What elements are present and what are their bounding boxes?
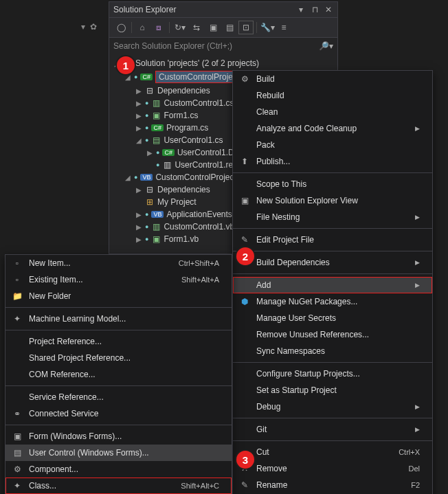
solution-root[interactable]: ◢▭Solution 'projects' (2 of 2 projects) bbox=[111, 57, 336, 69]
chevron-right-icon: ▶ bbox=[415, 426, 420, 433]
dropdown-caret: ▾ ✿ bbox=[81, 22, 97, 32]
new-item-icon: ▫ bbox=[11, 258, 23, 268]
properties-icon[interactable]: 🔧▾ bbox=[260, 21, 275, 34]
component-icon: ⚙ bbox=[11, 464, 23, 474]
search-icon[interactable]: 🔎▾ bbox=[319, 41, 333, 51]
menu-build-deps[interactable]: Build Dependencies▶ bbox=[233, 254, 432, 271]
add-com-reference[interactable]: COM Reference... bbox=[5, 366, 232, 383]
menu-sync[interactable]: Sync Namespaces bbox=[233, 343, 432, 359]
menu-pack[interactable]: Pack bbox=[233, 137, 432, 153]
add-existing-item[interactable]: ▫Existing Item...Shift+Alt+A bbox=[5, 271, 232, 288]
folder-icon: 📁 bbox=[11, 291, 23, 301]
menu-unused[interactable]: Remove Unused References... bbox=[233, 326, 432, 343]
chevron-right-icon: ▶ bbox=[415, 282, 420, 289]
csharp-icon: C# bbox=[140, 74, 153, 80]
add-submenu: ▫New Item...Ctrl+Shift+A ▫Existing Item.… bbox=[5, 254, 232, 494]
track-active-icon[interactable]: ⊡ bbox=[238, 21, 254, 34]
collapse-icon[interactable]: ▣ bbox=[205, 21, 221, 34]
preview-icon[interactable]: ≡ bbox=[276, 21, 291, 34]
add-new-item[interactable]: ▫New Item...Ctrl+Shift+A bbox=[5, 255, 232, 271]
menu-cut[interactable]: ✂CutCtrl+X bbox=[233, 444, 432, 460]
add-ml-model[interactable]: ✦Machine Learning Model... bbox=[5, 311, 232, 327]
menu-nuget[interactable]: ⬢Manage NuGet Packages... bbox=[233, 293, 432, 310]
chevron-right-icon: ▶ bbox=[415, 125, 420, 132]
menu-scope[interactable]: Scope to This bbox=[233, 176, 432, 192]
menu-newview[interactable]: ▣New Solution Explorer View bbox=[233, 192, 432, 209]
existing-item-icon: ▫ bbox=[11, 275, 23, 284]
menu-git[interactable]: Git▶ bbox=[233, 421, 432, 438]
form-icon: ▣ bbox=[11, 431, 23, 441]
menu-set-startup[interactable]: Set as Startup Project bbox=[233, 382, 432, 398]
menu-debug[interactable]: Debug▶ bbox=[233, 398, 432, 415]
menu-build[interactable]: ⚙Build bbox=[233, 71, 432, 87]
pending-icon[interactable]: ↻▾ bbox=[172, 21, 188, 34]
connected-service-icon: ⚭ bbox=[11, 409, 23, 418]
edit-icon: ✎ bbox=[238, 235, 251, 245]
menu-add[interactable]: Add▶ bbox=[233, 277, 432, 293]
menu-remove[interactable]: ✕RemoveDel bbox=[233, 460, 432, 477]
show-all-icon[interactable]: ▤ bbox=[222, 21, 237, 34]
add-service-reference[interactable]: Service Reference... bbox=[5, 389, 232, 405]
menu-publish[interactable]: ⬆Publish... bbox=[233, 153, 432, 170]
menu-secrets[interactable]: Manage User Secrets bbox=[233, 310, 432, 326]
step-badge-1: 1 bbox=[117, 56, 135, 74]
add-shared-project-reference[interactable]: Shared Project Reference... bbox=[5, 350, 232, 366]
add-component[interactable]: ⚙Component... bbox=[5, 461, 232, 478]
nuget-icon: ⬢ bbox=[238, 297, 251, 306]
menu-rebuild[interactable]: Rebuild bbox=[233, 87, 432, 104]
vb-icon: VB bbox=[140, 174, 153, 181]
panel-title: Solution Explorer bbox=[113, 5, 292, 14]
panel-toolbar: ◯ ⌂ ⧈ ↻▾ ⇆ ▣ ▤ ⊡ 🔧▾ ≡ bbox=[109, 17, 337, 38]
menu-edit-project[interactable]: ✎Edit Project File bbox=[233, 232, 432, 248]
project-context-menu: ⚙Build Rebuild Clean Analyze and Code Cl… bbox=[232, 70, 433, 494]
dropdown-icon[interactable]: ▾ bbox=[296, 5, 306, 14]
sync-icon[interactable]: ⇆ bbox=[189, 21, 204, 34]
build-icon: ⚙ bbox=[238, 74, 251, 84]
menu-analyze[interactable]: Analyze and Code Cleanup▶ bbox=[233, 120, 432, 137]
close-icon[interactable]: ✕ bbox=[324, 5, 333, 14]
rename-icon: ✎ bbox=[238, 480, 251, 490]
search-row[interactable]: Search Solution Explorer (Ctrl+;) 🔎▾ bbox=[109, 38, 337, 54]
chevron-right-icon: ▶ bbox=[415, 214, 420, 221]
back-icon[interactable]: ◯ bbox=[113, 21, 128, 34]
add-class[interactable]: ✦Class...Shift+Alt+C bbox=[5, 478, 232, 494]
add-new-folder[interactable]: 📁New Folder bbox=[5, 288, 232, 304]
step-badge-2: 2 bbox=[236, 247, 254, 265]
search-placeholder: Search Solution Explorer (Ctrl+;) bbox=[113, 41, 315, 51]
menu-rename[interactable]: ✎RenameF2 bbox=[233, 477, 432, 493]
add-form[interactable]: ▣Form (Windows Forms)... bbox=[5, 428, 232, 445]
class-icon: ✦ bbox=[11, 481, 23, 491]
menu-nesting[interactable]: File Nesting▶ bbox=[233, 209, 432, 225]
publish-icon: ⬆ bbox=[238, 157, 251, 166]
menu-startup[interactable]: Configure Startup Projects... bbox=[233, 366, 432, 382]
menu-clean[interactable]: Clean bbox=[233, 104, 432, 120]
step-badge-3: 3 bbox=[236, 451, 254, 469]
chevron-right-icon: ▶ bbox=[415, 403, 420, 410]
add-project-reference[interactable]: Project Reference... bbox=[5, 333, 232, 350]
add-connected-service[interactable]: ⚭Connected Service bbox=[5, 405, 232, 422]
ml-icon: ✦ bbox=[11, 314, 23, 324]
user-control-icon: ▤ bbox=[11, 448, 23, 458]
new-view-icon: ▣ bbox=[238, 196, 251, 205]
chevron-right-icon: ▶ bbox=[415, 259, 420, 266]
add-user-control[interactable]: ▤User Control (Windows Forms)... bbox=[5, 445, 232, 461]
panel-title-bar: Solution Explorer ▾ ⊓ ✕ bbox=[109, 2, 337, 17]
home-icon[interactable]: ⌂ bbox=[135, 21, 150, 34]
pin-icon[interactable]: ⊓ bbox=[310, 5, 320, 14]
switch-views-icon[interactable]: ⧈ bbox=[151, 21, 166, 34]
